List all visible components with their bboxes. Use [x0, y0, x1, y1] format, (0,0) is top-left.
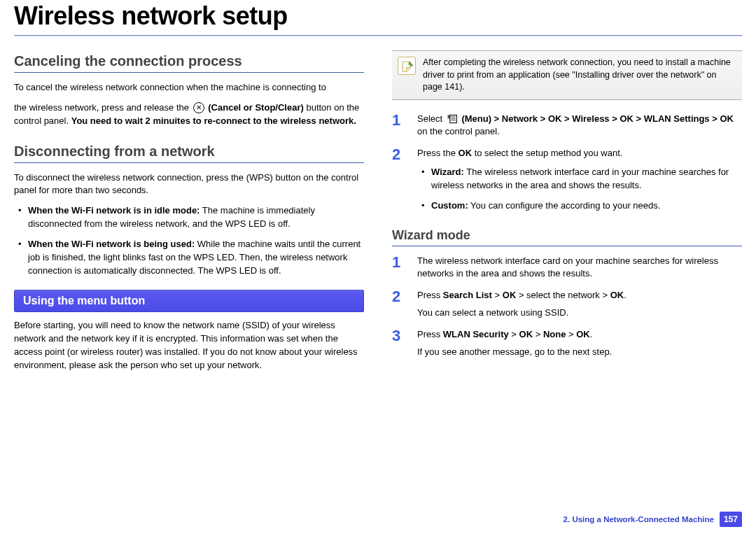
bullet-label: Wizard:: [431, 167, 464, 177]
text-frag: .: [590, 329, 593, 339]
bullet-label: When the Wi-Fi network is being used:: [28, 239, 195, 249]
menu-button-intro: Before starting, you will need to know t…: [14, 319, 364, 372]
text-frag: .: [624, 290, 626, 300]
text-frag: > select the network >: [516, 290, 610, 300]
setup-method-bullets: Wizard: The wireless network interface c…: [417, 166, 742, 213]
text-frag: the wireless network, press and release …: [14, 102, 192, 113]
text-frag: WLAN Security: [443, 329, 509, 339]
svg-rect-0: [450, 115, 457, 122]
text-frag: Select: [417, 113, 445, 124]
step-number: 1: [392, 113, 407, 139]
cancel-paragraph-2: the wireless network, press and release …: [14, 101, 364, 128]
bullet-text: You can configure the according to your …: [468, 200, 661, 211]
wizard-step-3: 3 Press WLAN Security > OK > None > OK. …: [392, 328, 742, 359]
page-title: Wireless network setup: [14, 1, 742, 31]
text-frag: Press: [417, 290, 443, 300]
disconnect-bullets: When the Wi-Fi network is in idle mode: …: [14, 204, 364, 277]
text-frag: None: [543, 329, 566, 339]
text-frag: to select the setup method you want.: [472, 148, 622, 158]
menu-label: (Menu): [461, 113, 491, 124]
heading-wizard-mode: Wizard mode: [392, 228, 742, 243]
text-frag: >: [566, 329, 576, 339]
cancel-stop-icon: ✕: [193, 102, 204, 113]
step-body: Press Search List > OK > select the netw…: [417, 289, 742, 320]
cancel-button-label: (Cancel or Stop/Clear): [208, 102, 304, 113]
text-frag: Press: [417, 329, 443, 339]
text-frag: Search List: [443, 290, 492, 300]
text-frag: OK: [503, 290, 517, 300]
right-column: After completing the wireless network co…: [392, 50, 742, 379]
wizard-step-2: 2 Press Search List > OK > select the ne…: [392, 289, 742, 320]
text-frag: >: [492, 290, 503, 300]
footer-chapter: 2. Using a Network-Connected Machine: [564, 515, 714, 524]
heading-rule: [392, 246, 742, 246]
step-body: The wireless network interface card on y…: [417, 255, 742, 281]
text-frag: OK: [610, 290, 624, 300]
step-number: 2: [392, 147, 407, 219]
wizard-step-1: 1 The wireless network interface card on…: [392, 255, 742, 281]
note-box: After completing the wireless network co…: [392, 50, 742, 100]
bullet-custom: Custom: You can configure the according …: [421, 199, 742, 213]
title-rule: [14, 35, 742, 36]
text-frag: on the control panel.: [417, 126, 500, 136]
page-number: 157: [720, 512, 742, 527]
footer: 2. Using a Network-Connected Machine 157: [564, 512, 742, 527]
note-icon: [398, 57, 416, 75]
bullet-idle-mode: When the Wi-Fi network is in idle mode: …: [18, 204, 364, 231]
disconnect-paragraph: To disconnect the wireless network conne…: [14, 171, 364, 198]
step-subtext: If you see another message, go to the ne…: [417, 346, 612, 357]
bullet-being-used: When the Wi-Fi network is being used: Wh…: [18, 238, 364, 278]
heading-disconnect: Disconnecting from a network: [14, 143, 364, 160]
step-subtext: You can select a network using SSID.: [417, 307, 568, 318]
text-frag: Press the: [417, 148, 458, 158]
heading-rule: [14, 72, 364, 73]
step-body: Press the OK to select the setup method …: [417, 147, 742, 219]
step-number: 2: [392, 289, 407, 320]
note-text: After completing the wireless network co…: [423, 57, 731, 92]
nav-path: > Network > OK > Wireless > OK > WLAN Se…: [494, 113, 734, 124]
steps-wizard: 1 The wireless network interface card on…: [392, 255, 742, 359]
left-column: Canceling the connection process To canc…: [14, 50, 364, 379]
step-body: Select (Menu) > Network > OK > Wireless …: [417, 113, 742, 139]
bullet-wizard: Wizard: The wireless network interface c…: [421, 166, 742, 192]
ok-label: OK: [458, 148, 472, 158]
step-number: 3: [392, 328, 407, 359]
heading-cancel: Canceling the connection process: [14, 53, 364, 69]
section-using-menu-button: Using the menu button: [14, 290, 364, 312]
step-2: 2 Press the OK to select the setup metho…: [392, 147, 742, 219]
bullet-label: When the Wi-Fi network is in idle mode:: [28, 205, 200, 216]
steps-setup: 1 Select (Menu) > Network > OK > Wireles…: [392, 113, 742, 220]
cancel-paragraph-1: To cancel the wireless network connectio…: [14, 81, 364, 94]
text-frag: OK: [519, 329, 533, 339]
step-1: 1 Select (Menu) > Network > OK > Wireles…: [392, 113, 742, 139]
text-frag: OK: [576, 329, 590, 339]
text-frag: >: [533, 329, 543, 339]
heading-rule: [14, 162, 364, 163]
step-number: 1: [392, 255, 407, 281]
step-body: Press WLAN Security > OK > None > OK. If…: [417, 328, 742, 359]
text-frag: >: [509, 329, 519, 339]
menu-icon: [447, 113, 458, 125]
reconnect-warning: You need to wait 2 minuites to re-connec…: [71, 115, 356, 126]
bullet-text: The wireless network interface card in y…: [431, 167, 729, 190]
bullet-label: Custom:: [431, 200, 468, 211]
